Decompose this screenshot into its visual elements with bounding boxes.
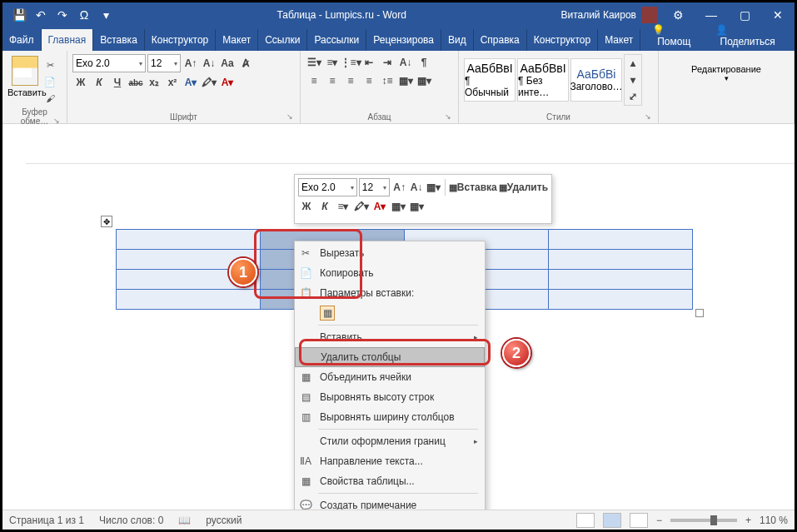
zoom-level[interactable]: 110 % bbox=[760, 515, 788, 526]
mini-bold[interactable]: Ж bbox=[298, 198, 315, 215]
tab-mailings[interactable]: Рассылки bbox=[307, 29, 366, 51]
mini-size-combo[interactable]: 12▾ bbox=[359, 178, 391, 196]
tab-home[interactable]: Главная bbox=[42, 29, 94, 51]
ctx-text-direction[interactable]: ⅡAНаправление текста... bbox=[295, 451, 485, 471]
redo-icon[interactable]: ↷ bbox=[54, 7, 71, 23]
italic-button[interactable]: К bbox=[91, 74, 107, 91]
align-center-icon[interactable]: ≡ bbox=[324, 72, 341, 89]
format-painter-icon[interactable]: 🖌 bbox=[42, 91, 57, 106]
justify-icon[interactable]: ≡ bbox=[361, 72, 377, 89]
align-left-icon[interactable]: ≡ bbox=[306, 72, 322, 89]
mini-font-color[interactable]: A▾ bbox=[371, 198, 388, 215]
superscript-button[interactable]: x² bbox=[164, 74, 181, 91]
ctx-cut[interactable]: ✂Вырезать bbox=[295, 243, 485, 263]
numbering-icon[interactable]: ≡▾ bbox=[324, 54, 341, 71]
shrink-font-icon[interactable]: A↓ bbox=[201, 55, 217, 72]
ctx-delete-columns[interactable]: Удалить столбцы bbox=[295, 347, 485, 367]
tab-file[interactable]: Файл bbox=[2, 29, 42, 51]
tab-table-design[interactable]: Конструктор bbox=[527, 29, 598, 51]
ctx-paste-option-item[interactable]: ▦ bbox=[295, 303, 485, 323]
table-resize-handle[interactable] bbox=[695, 309, 704, 317]
mini-italic[interactable]: К bbox=[316, 198, 333, 215]
mini-shrink-icon[interactable]: A↓ bbox=[409, 179, 424, 196]
view-read-icon[interactable] bbox=[576, 513, 595, 528]
ctx-copy[interactable]: 📄Копировать bbox=[295, 263, 485, 283]
mini-shading[interactable]: ▦▾ bbox=[390, 198, 406, 215]
clear-format-icon[interactable]: A̷ bbox=[237, 55, 254, 72]
increase-indent-icon[interactable]: ⇥ bbox=[379, 54, 396, 71]
subscript-button[interactable]: x₂ bbox=[146, 74, 162, 91]
view-print-icon[interactable] bbox=[603, 513, 621, 528]
styles-up-icon[interactable]: ▴ bbox=[625, 55, 641, 72]
mini-styles-icon[interactable]: ▦▾ bbox=[426, 179, 441, 196]
strike-button[interactable]: abc bbox=[127, 74, 144, 91]
text-effects-icon[interactable]: A▾ bbox=[182, 74, 199, 91]
tab-view[interactable]: Вид bbox=[441, 29, 474, 51]
tab-table-layout[interactable]: Макет bbox=[598, 29, 640, 51]
mini-grow-icon[interactable]: A↑ bbox=[391, 179, 406, 196]
line-spacing-icon[interactable]: ↕≡ bbox=[379, 72, 396, 89]
sort-icon[interactable]: A↓ bbox=[397, 54, 414, 71]
editing-button[interactable]: Редактирование bbox=[664, 64, 789, 74]
ctx-new-comment[interactable]: 💬Создать примечание bbox=[295, 495, 485, 510]
ruler[interactable] bbox=[26, 149, 795, 164]
ctx-distribute-cols[interactable]: ▥Выровнять ширину столбцов bbox=[295, 407, 485, 427]
mini-highlight[interactable]: 🖍▾ bbox=[353, 198, 370, 215]
font-color-icon[interactable]: A▾ bbox=[219, 74, 236, 91]
ctx-distribute-rows[interactable]: ▤Выровнять высоту строк bbox=[295, 387, 485, 407]
tab-layout[interactable]: Макет bbox=[216, 29, 258, 51]
tab-help[interactable]: Справка bbox=[474, 29, 527, 51]
ctx-merge-cells[interactable]: ▦Объединить ячейки bbox=[295, 367, 485, 387]
mini-insert-button[interactable]: ▦ Вставка bbox=[449, 179, 497, 196]
align-right-icon[interactable]: ≡ bbox=[342, 72, 359, 89]
style-heading1[interactable]: АаБбВіЗаголово… bbox=[570, 58, 622, 102]
borders-icon[interactable]: ▦▾ bbox=[416, 72, 432, 89]
status-page[interactable]: Страница 1 из 1 bbox=[9, 515, 84, 526]
ctx-paste-options[interactable]: 📋Параметры вставки: bbox=[295, 283, 485, 303]
styles-expand-icon[interactable]: ⤢ bbox=[625, 88, 641, 105]
tab-insert[interactable]: Вставка bbox=[93, 29, 145, 51]
ctx-table-properties[interactable]: ▦Свойства таблицы... bbox=[295, 471, 485, 491]
underline-button[interactable]: Ч bbox=[109, 74, 126, 91]
shading-icon[interactable]: ▦▾ bbox=[397, 72, 414, 89]
view-web-icon[interactable] bbox=[630, 513, 648, 528]
show-marks-icon[interactable]: ¶ bbox=[416, 54, 432, 71]
style-no-spacing[interactable]: АаБбВвІ¶ Без инте… bbox=[517, 58, 569, 102]
zoom-in-button[interactable]: + bbox=[745, 515, 751, 526]
status-word-count[interactable]: Число слов: 0 bbox=[99, 515, 163, 526]
save-icon[interactable]: 💾 bbox=[11, 7, 27, 23]
cut-icon[interactable]: ✂ bbox=[42, 57, 57, 72]
mini-align[interactable]: ≡▾ bbox=[335, 198, 351, 215]
paste-button[interactable]: Вставить bbox=[7, 54, 42, 106]
grow-font-icon[interactable]: A↑ bbox=[182, 55, 199, 72]
status-spellcheck-icon[interactable]: 📖 bbox=[178, 515, 191, 526]
styles-down-icon[interactable]: ▾ bbox=[625, 72, 641, 88]
mini-borders[interactable]: ▦▾ bbox=[408, 198, 425, 215]
bullets-icon[interactable]: ☰▾ bbox=[306, 54, 322, 71]
ctx-insert[interactable]: Вставить▸ bbox=[295, 327, 485, 347]
status-language[interactable]: русский bbox=[206, 515, 242, 526]
font-name-combo[interactable]: Exo 2.0▾ bbox=[72, 54, 146, 72]
undo-icon[interactable]: ↶ bbox=[32, 7, 49, 23]
share-button[interactable]: 👤 Поделиться bbox=[710, 21, 788, 51]
font-size-combo[interactable]: 12▾ bbox=[147, 54, 181, 72]
copy-icon[interactable]: 📄 bbox=[42, 74, 57, 89]
zoom-slider[interactable] bbox=[670, 519, 737, 522]
ctx-border-styles[interactable]: Стили оформления границ▸ bbox=[295, 431, 485, 451]
zoom-out-button[interactable]: − bbox=[656, 515, 662, 526]
mini-delete-button[interactable]: ▦ Удалить bbox=[499, 179, 548, 196]
bold-button[interactable]: Ж bbox=[72, 74, 89, 91]
symbol-icon[interactable]: Ω bbox=[76, 7, 92, 23]
tab-review[interactable]: Рецензирова bbox=[366, 29, 441, 51]
highlight-icon[interactable]: 🖍▾ bbox=[201, 74, 217, 91]
multilevel-icon[interactable]: ⋮≡▾ bbox=[342, 54, 359, 71]
change-case-icon[interactable]: Aa bbox=[219, 55, 236, 72]
tab-design[interactable]: Конструктор bbox=[145, 29, 216, 51]
tab-references[interactable]: Ссылки bbox=[258, 29, 307, 51]
decrease-indent-icon[interactable]: ⇤ bbox=[361, 54, 377, 71]
qat-more-icon[interactable]: ▾ bbox=[97, 7, 114, 23]
style-normal[interactable]: АаБбВвІ¶ Обычный bbox=[464, 58, 516, 102]
mini-font-combo[interactable]: Exo 2.0▾ bbox=[298, 178, 357, 196]
table-move-handle[interactable]: ✥ bbox=[101, 216, 112, 227]
tell-me[interactable]: 💡 Помощ bbox=[647, 21, 706, 51]
